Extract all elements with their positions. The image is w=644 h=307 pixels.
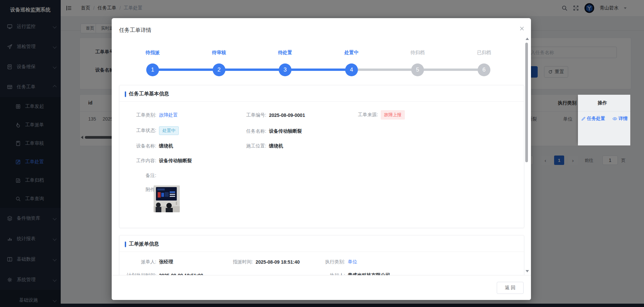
field-label: 工单类别: [124, 112, 156, 118]
scroll-up-icon[interactable] [526, 38, 529, 40]
field-label: 工单编号: [234, 112, 266, 118]
detail-link[interactable]: 详情 [612, 116, 628, 122]
field-label: 工单状态: [124, 128, 156, 134]
step-circle: 1 [146, 63, 159, 76]
step-label: 待审核 [196, 50, 243, 56]
close-button[interactable] [518, 25, 526, 32]
dispatch-info-card: 工单派单信息 派单人:张经理 指派时间:2025-08-09 18:51:40 … [119, 235, 524, 275]
step-track-active [153, 69, 352, 71]
field-label: 备注: [124, 173, 156, 179]
col-header-action: 操作 [598, 100, 607, 106]
section-accent-bar [125, 242, 126, 247]
field-label: 任务名称: [234, 128, 266, 134]
step-circle: 2 [213, 63, 225, 76]
field-label: 附件: [124, 187, 156, 193]
device-name-value: 缠绕机 [159, 143, 173, 149]
section-divider [119, 252, 524, 252]
status-badge: 处置中 [159, 126, 179, 135]
exec-type-link[interactable]: 单位 [348, 259, 357, 265]
modal-footer: 返 回 [112, 275, 531, 300]
section-accent-bar [125, 91, 126, 97]
step-label: 待处置 [262, 50, 309, 56]
task-name-value: 设备传动轴断裂 [269, 128, 302, 134]
modal-title: 任务工单详情 [119, 27, 151, 34]
field-label: 工作内容: [124, 158, 156, 164]
assign-time-value: 2025-08-09 18:51:40 [256, 259, 300, 265]
section-divider [119, 101, 524, 102]
basic-info-card: 任务工单基本信息 工单类别:故障处置 工单编号:2025-08-09-0001 … [119, 85, 524, 228]
workorder-detail-modal: 任务工单详情 待指派 待审核 待处置 处置中 待归档 已归档 1 2 3 4 5… [112, 18, 531, 300]
position-value: 缠绕机 [269, 143, 283, 149]
field-label: 派单人: [124, 259, 156, 265]
work-content-value: 设备传动轴断裂 [159, 158, 192, 164]
app-root: 设备巡检监测系统 运行监控 巡检管理 设备维保 任务工单 工单发起 [0, 0, 644, 307]
modal-body: 待指派 待审核 待处置 处置中 待归档 已归档 1 2 3 4 5 6 任务工单… [112, 38, 526, 275]
section-title: 工单派单信息 [129, 241, 159, 247]
step-circle: 4 [345, 63, 358, 76]
scroll-down-icon[interactable] [526, 270, 529, 272]
field-label: 指派时间: [221, 259, 253, 265]
category-link[interactable]: 故障处置 [159, 112, 178, 118]
eye-icon [612, 117, 617, 121]
section-title: 任务工单基本信息 [129, 91, 169, 97]
field-label: 工单来源: [346, 112, 378, 118]
table-fixed-action-column: 操作 任务处置 详情 [578, 95, 630, 145]
field-label: 设备名称: [124, 143, 156, 149]
step-circle: 3 [279, 63, 291, 76]
attachment-thumbnail[interactable] [154, 185, 180, 212]
dispatcher-value: 张经理 [159, 259, 173, 265]
back-button[interactable]: 返 回 [497, 282, 524, 294]
divider [578, 111, 630, 112]
step-circle: 5 [411, 63, 424, 76]
source-badge: 故障上报 [381, 110, 405, 120]
step-label: 已归档 [461, 50, 507, 56]
step-label: 处置中 [328, 50, 375, 56]
step-label: 待归档 [394, 50, 441, 56]
step-label: 待指派 [129, 50, 176, 56]
pencil-icon [581, 117, 586, 121]
modal-scrollbar-thumb[interactable] [525, 43, 528, 162]
task-process-link[interactable]: 任务处置 [581, 116, 605, 122]
close-icon [520, 26, 524, 31]
step-circle: 6 [478, 63, 490, 76]
field-label: 施工位置: [234, 143, 266, 149]
field-label: 执行类别: [313, 259, 345, 265]
order-no-value: 2025-08-09-0001 [269, 113, 305, 118]
